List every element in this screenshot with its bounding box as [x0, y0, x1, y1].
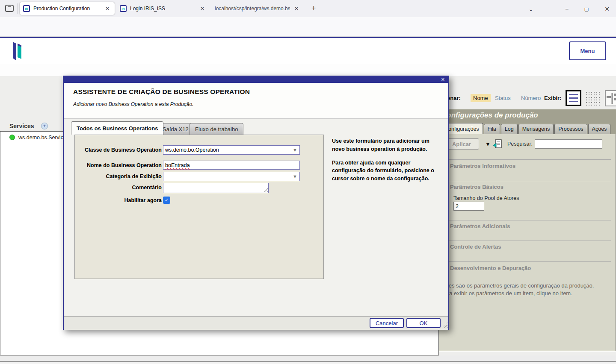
tab-title: Production Configuration: [33, 6, 101, 12]
window-close-button[interactable]: ✕: [601, 3, 613, 15]
browser-tabstrip: IR Production Configuration ✕ IR Login I…: [0, 0, 616, 17]
list-all-tabs-icon[interactable]: ⌄: [524, 3, 537, 15]
apply-button[interactable]: Aplicar: [444, 138, 479, 150]
bottom-margin: [0, 362, 616, 364]
browser-tab-login-iris[interactable]: IR Login IRIS_ISS ✕: [116, 2, 210, 15]
browser-navbar: ← → ⟳ localhost/iris_iss/csp/integra/Ens…: [0, 17, 616, 37]
dialog-title: ASSISTENTE DE CRIAÇÃO DE BUSINESS OPERAT…: [73, 88, 250, 96]
tab-fluxo-de-trabalho[interactable]: Fluxo de trabalho: [190, 123, 243, 135]
section-divider: [444, 261, 611, 262]
screen: IR Production Configuration ✕ IR Login I…: [0, 0, 616, 364]
dialog-subtitle: Adicionar novo Business Operation a esta…: [73, 101, 194, 107]
pool-size-label: Tamanho do Pool de Atores: [453, 195, 519, 201]
view-label: Exibir:: [544, 95, 561, 101]
comment-textarea[interactable]: [163, 183, 269, 193]
export-document-icon[interactable]: [493, 139, 502, 149]
settings-description: Estes são os parâmetros gerais de config…: [441, 282, 610, 297]
section-parametros-adicionais[interactable]: Parâmetros Adicionais: [450, 223, 510, 229]
section-divider: [444, 181, 611, 181]
browser-tab-production-configuration[interactable]: IR Production Configuration ✕: [20, 2, 115, 15]
tab-todos-business-operations[interactable]: Todos os Business Operations: [71, 121, 163, 135]
ok-button[interactable]: OK: [406, 318, 441, 328]
search-label: Pesquisar:: [507, 141, 533, 147]
dialog-tabrow: Todos os Business Operations Saída X12 F…: [64, 121, 448, 135]
pool-size-input[interactable]: [453, 202, 484, 211]
view-list-icon[interactable]: [566, 90, 581, 106]
view-grid-icon[interactable]: [585, 91, 601, 106]
enable-now-checkbox[interactable]: ✓: [163, 197, 170, 204]
window-minimize-button[interactable]: −: [560, 3, 573, 15]
tab-mensagens[interactable]: Mensagens: [518, 124, 554, 134]
iris-favicon: IR: [120, 5, 127, 12]
settings-dropdown-icon[interactable]: ▼: [485, 141, 491, 147]
section-parametros-informativos[interactable]: Parâmetros Informativos: [450, 163, 515, 169]
business-operation-wizard-dialog: ✕ ASSISTENTE DE CRIAÇÃO DE BUSINESS OPER…: [63, 76, 449, 330]
section-divider: [444, 159, 611, 160]
iris-favicon: IR: [23, 5, 30, 12]
service-status-dot: [9, 135, 15, 140]
wizard-help-text: Use este formulário para adicionar um no…: [332, 137, 443, 183]
tab-title: localhost/csp/integra/ws.demo.bs.S: [215, 6, 290, 12]
browser-tab-localhost[interactable]: localhost/csp/integra/ws.demo.bs.S ✕: [211, 2, 304, 15]
dialog-titlebar[interactable]: [64, 76, 448, 83]
category-label: Categoria de Exibição: [75, 173, 162, 179]
bottom-strip: [0, 355, 616, 361]
tab-fila[interactable]: Fila: [484, 124, 500, 134]
window-maximize-button[interactable]: ▢: [580, 3, 593, 15]
tab-close-icon[interactable]: ✕: [198, 5, 206, 12]
tab-close-icon[interactable]: ✕: [104, 5, 111, 12]
category-dropdown[interactable]: ▼: [163, 172, 300, 181]
cancel-button[interactable]: Cancelar: [370, 318, 404, 328]
section-divider: [444, 241, 611, 241]
chevron-down-icon[interactable]: ▼: [293, 174, 297, 179]
tab-separator: [17, 3, 18, 14]
new-tab-button[interactable]: +: [311, 4, 316, 13]
enable-now-label: Habilitar agora: [75, 197, 162, 203]
sort-by-status[interactable]: Status: [495, 95, 511, 101]
name-input[interactable]: boEntrada: [163, 161, 300, 170]
section-desenvolvimento-depuracao[interactable]: Desenvolvimento e Depuração: [450, 265, 531, 271]
production-settings-tabs: Configurações Fila Log Mensagens Process…: [439, 122, 616, 134]
sort-by-number[interactable]: Número: [521, 95, 541, 101]
class-label: Classe de Business Operation: [75, 147, 162, 153]
class-dropdown[interactable]: ws.demo.bo.Operation ▼: [163, 145, 300, 155]
portal-masthead: InterSystems™ IRIS Data Platform Portal …: [0, 38, 616, 64]
menu-button[interactable]: Menu: [569, 41, 606, 60]
tab-acoes[interactable]: Ações: [588, 124, 611, 134]
service-item[interactable]: ws.demo.bs.Service: [18, 135, 66, 141]
server-info-bar: Servidor DESKTOP-GB66FK3 NameSpace INTEG…: [0, 64, 616, 76]
services-header: Services: [9, 123, 34, 129]
tab-title: Login IRIS_ISS: [130, 6, 196, 12]
tab-close-icon[interactable]: ✕: [293, 5, 300, 12]
section-controle-de-alertas[interactable]: Controle de Alertas: [450, 244, 501, 250]
firefox-view-icon[interactable]: [5, 5, 14, 12]
comment-label: Comentário: [75, 185, 162, 191]
tab-processos[interactable]: Processos: [554, 124, 587, 134]
section-parametros-basicos[interactable]: Parâmetros Básicos: [450, 184, 503, 190]
resize-handle-icon[interactable]: [263, 188, 268, 192]
name-label: Nome do Business Operation: [75, 162, 162, 168]
wizard-form-panel: Classe de Business Operation ws.demo.bo.…: [74, 135, 324, 279]
tab-log[interactable]: Log: [501, 124, 518, 134]
section-divider: [444, 220, 611, 220]
add-service-icon[interactable]: +: [41, 123, 48, 129]
intersystems-logo-icon: [12, 41, 23, 62]
chevron-down-icon[interactable]: ▼: [293, 147, 297, 153]
sort-by-name[interactable]: Nome: [471, 94, 491, 102]
view-sliders-icon[interactable]: [605, 90, 616, 106]
dialog-close-icon[interactable]: ✕: [441, 77, 445, 82]
search-input[interactable]: [535, 139, 602, 149]
production-settings-title: Configurações de produção: [441, 111, 538, 120]
